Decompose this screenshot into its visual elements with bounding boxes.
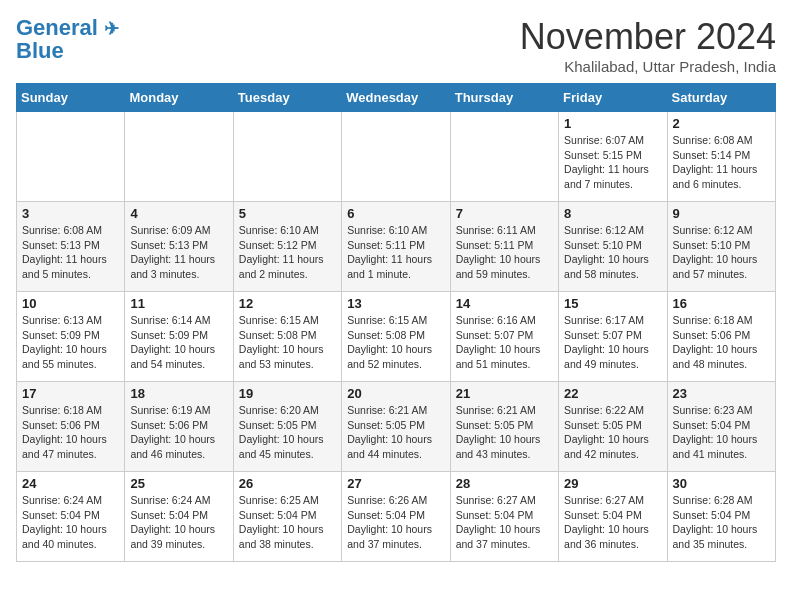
calendar-cell: 7Sunrise: 6:11 AMSunset: 5:11 PMDaylight… <box>450 202 558 292</box>
day-info: Sunrise: 6:08 AMSunset: 5:13 PMDaylight:… <box>22 223 119 282</box>
calendar-cell <box>342 112 450 202</box>
calendar-cell: 27Sunrise: 6:26 AMSunset: 5:04 PMDayligh… <box>342 472 450 562</box>
calendar-cell: 28Sunrise: 6:27 AMSunset: 5:04 PMDayligh… <box>450 472 558 562</box>
day-info: Sunrise: 6:19 AMSunset: 5:06 PMDaylight:… <box>130 403 227 462</box>
calendar-cell: 6Sunrise: 6:10 AMSunset: 5:11 PMDaylight… <box>342 202 450 292</box>
logo-blue: Blue <box>16 39 119 62</box>
day-info: Sunrise: 6:08 AMSunset: 5:14 PMDaylight:… <box>673 133 770 192</box>
calendar-cell <box>450 112 558 202</box>
day-info: Sunrise: 6:07 AMSunset: 5:15 PMDaylight:… <box>564 133 661 192</box>
day-number: 10 <box>22 296 119 311</box>
day-number: 5 <box>239 206 336 221</box>
calendar-cell: 24Sunrise: 6:24 AMSunset: 5:04 PMDayligh… <box>17 472 125 562</box>
day-number: 18 <box>130 386 227 401</box>
day-info: Sunrise: 6:21 AMSunset: 5:05 PMDaylight:… <box>456 403 553 462</box>
weekday-header-tuesday: Tuesday <box>233 84 341 112</box>
day-number: 14 <box>456 296 553 311</box>
day-info: Sunrise: 6:15 AMSunset: 5:08 PMDaylight:… <box>239 313 336 372</box>
day-number: 22 <box>564 386 661 401</box>
day-info: Sunrise: 6:17 AMSunset: 5:07 PMDaylight:… <box>564 313 661 372</box>
calendar-cell: 9Sunrise: 6:12 AMSunset: 5:10 PMDaylight… <box>667 202 775 292</box>
calendar-cell: 19Sunrise: 6:20 AMSunset: 5:05 PMDayligh… <box>233 382 341 472</box>
page-header: General ✈ Blue November 2024 Khalilabad,… <box>16 16 776 75</box>
day-number: 30 <box>673 476 770 491</box>
day-number: 9 <box>673 206 770 221</box>
weekday-header-friday: Friday <box>559 84 667 112</box>
day-info: Sunrise: 6:20 AMSunset: 5:05 PMDaylight:… <box>239 403 336 462</box>
day-info: Sunrise: 6:25 AMSunset: 5:04 PMDaylight:… <box>239 493 336 552</box>
day-info: Sunrise: 6:14 AMSunset: 5:09 PMDaylight:… <box>130 313 227 372</box>
day-info: Sunrise: 6:11 AMSunset: 5:11 PMDaylight:… <box>456 223 553 282</box>
calendar-cell: 11Sunrise: 6:14 AMSunset: 5:09 PMDayligh… <box>125 292 233 382</box>
day-number: 8 <box>564 206 661 221</box>
day-number: 6 <box>347 206 444 221</box>
day-number: 27 <box>347 476 444 491</box>
day-number: 23 <box>673 386 770 401</box>
day-info: Sunrise: 6:23 AMSunset: 5:04 PMDaylight:… <box>673 403 770 462</box>
calendar-cell: 2Sunrise: 6:08 AMSunset: 5:14 PMDaylight… <box>667 112 775 202</box>
day-number: 1 <box>564 116 661 131</box>
weekday-header-saturday: Saturday <box>667 84 775 112</box>
calendar-cell <box>17 112 125 202</box>
day-number: 19 <box>239 386 336 401</box>
calendar-cell: 22Sunrise: 6:22 AMSunset: 5:05 PMDayligh… <box>559 382 667 472</box>
calendar-header: SundayMondayTuesdayWednesdayThursdayFrid… <box>17 84 776 112</box>
day-info: Sunrise: 6:28 AMSunset: 5:04 PMDaylight:… <box>673 493 770 552</box>
day-info: Sunrise: 6:24 AMSunset: 5:04 PMDaylight:… <box>22 493 119 552</box>
day-info: Sunrise: 6:22 AMSunset: 5:05 PMDaylight:… <box>564 403 661 462</box>
calendar-cell: 20Sunrise: 6:21 AMSunset: 5:05 PMDayligh… <box>342 382 450 472</box>
day-number: 24 <box>22 476 119 491</box>
day-info: Sunrise: 6:12 AMSunset: 5:10 PMDaylight:… <box>673 223 770 282</box>
day-info: Sunrise: 6:26 AMSunset: 5:04 PMDaylight:… <box>347 493 444 552</box>
calendar-cell: 15Sunrise: 6:17 AMSunset: 5:07 PMDayligh… <box>559 292 667 382</box>
weekday-header-monday: Monday <box>125 84 233 112</box>
calendar-cell <box>125 112 233 202</box>
logo-general: General <box>16 15 98 40</box>
logo: General ✈ Blue <box>16 16 119 62</box>
day-number: 15 <box>564 296 661 311</box>
day-number: 29 <box>564 476 661 491</box>
day-info: Sunrise: 6:16 AMSunset: 5:07 PMDaylight:… <box>456 313 553 372</box>
calendar-cell: 8Sunrise: 6:12 AMSunset: 5:10 PMDaylight… <box>559 202 667 292</box>
calendar-cell: 1Sunrise: 6:07 AMSunset: 5:15 PMDaylight… <box>559 112 667 202</box>
calendar-cell: 10Sunrise: 6:13 AMSunset: 5:09 PMDayligh… <box>17 292 125 382</box>
day-info: Sunrise: 6:09 AMSunset: 5:13 PMDaylight:… <box>130 223 227 282</box>
day-info: Sunrise: 6:27 AMSunset: 5:04 PMDaylight:… <box>456 493 553 552</box>
location: Khalilabad, Uttar Pradesh, India <box>520 58 776 75</box>
day-info: Sunrise: 6:10 AMSunset: 5:12 PMDaylight:… <box>239 223 336 282</box>
day-info: Sunrise: 6:13 AMSunset: 5:09 PMDaylight:… <box>22 313 119 372</box>
day-number: 11 <box>130 296 227 311</box>
day-number: 21 <box>456 386 553 401</box>
title-block: November 2024 Khalilabad, Uttar Pradesh,… <box>520 16 776 75</box>
calendar-cell: 13Sunrise: 6:15 AMSunset: 5:08 PMDayligh… <box>342 292 450 382</box>
logo-bird-icon: ✈ <box>104 19 119 39</box>
calendar-cell: 14Sunrise: 6:16 AMSunset: 5:07 PMDayligh… <box>450 292 558 382</box>
calendar-cell: 4Sunrise: 6:09 AMSunset: 5:13 PMDaylight… <box>125 202 233 292</box>
day-number: 17 <box>22 386 119 401</box>
calendar-table: SundayMondayTuesdayWednesdayThursdayFrid… <box>16 83 776 562</box>
day-info: Sunrise: 6:12 AMSunset: 5:10 PMDaylight:… <box>564 223 661 282</box>
calendar-cell: 17Sunrise: 6:18 AMSunset: 5:06 PMDayligh… <box>17 382 125 472</box>
calendar-cell: 26Sunrise: 6:25 AMSunset: 5:04 PMDayligh… <box>233 472 341 562</box>
calendar-cell: 12Sunrise: 6:15 AMSunset: 5:08 PMDayligh… <box>233 292 341 382</box>
day-number: 7 <box>456 206 553 221</box>
calendar-cell: 23Sunrise: 6:23 AMSunset: 5:04 PMDayligh… <box>667 382 775 472</box>
calendar-cell: 18Sunrise: 6:19 AMSunset: 5:06 PMDayligh… <box>125 382 233 472</box>
day-info: Sunrise: 6:21 AMSunset: 5:05 PMDaylight:… <box>347 403 444 462</box>
day-number: 3 <box>22 206 119 221</box>
calendar-cell: 25Sunrise: 6:24 AMSunset: 5:04 PMDayligh… <box>125 472 233 562</box>
calendar-cell <box>233 112 341 202</box>
day-info: Sunrise: 6:24 AMSunset: 5:04 PMDaylight:… <box>130 493 227 552</box>
month-title: November 2024 <box>520 16 776 58</box>
day-number: 12 <box>239 296 336 311</box>
calendar-cell: 21Sunrise: 6:21 AMSunset: 5:05 PMDayligh… <box>450 382 558 472</box>
day-number: 2 <box>673 116 770 131</box>
weekday-header-wednesday: Wednesday <box>342 84 450 112</box>
calendar-cell: 5Sunrise: 6:10 AMSunset: 5:12 PMDaylight… <box>233 202 341 292</box>
day-number: 20 <box>347 386 444 401</box>
day-number: 28 <box>456 476 553 491</box>
day-number: 13 <box>347 296 444 311</box>
day-number: 26 <box>239 476 336 491</box>
day-number: 25 <box>130 476 227 491</box>
day-number: 4 <box>130 206 227 221</box>
